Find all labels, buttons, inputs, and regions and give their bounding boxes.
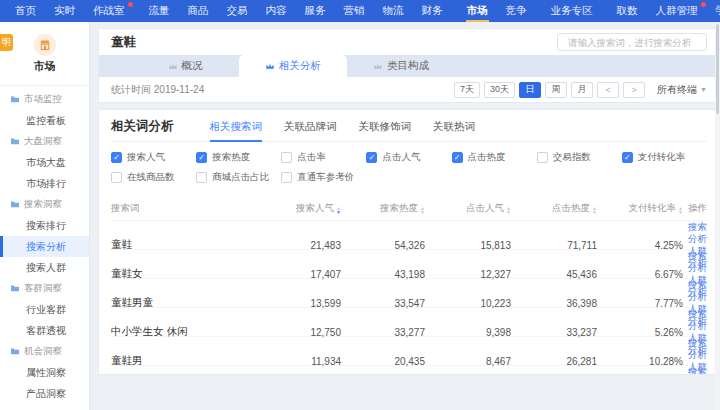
value-cell: 33,547 [341,298,425,309]
nav-item-营销[interactable]: 营销 [335,0,374,22]
sidebar-item-搜索人群[interactable]: 搜索人群 [0,257,89,278]
column-header-支付转化率[interactable]: 支付转化率▲▼ [597,202,683,215]
period-button-日[interactable]: 日 [519,82,541,98]
period-button-周[interactable]: 周 [545,82,567,98]
checkbox-支付转化率[interactable]: ✓支付转化率 [622,151,707,164]
checkbox-交易指数[interactable]: 交易指数 [537,151,622,164]
nav-item-取数[interactable]: 取数 [608,0,647,22]
subtab-关联品牌词[interactable]: 关联品牌词 [284,120,337,142]
tab-概况[interactable]: 概况 [131,55,239,77]
nav-item-内容[interactable]: 内容 [257,0,296,22]
action-link-搜索分析[interactable]: 搜索分析 [683,308,707,332]
checkbox-icon [281,152,292,163]
nav-item-商品[interactable]: 商品 [179,0,218,22]
nav-item-竞争[interactable]: 竞争 [497,0,536,22]
vertical-scrollbar[interactable] [715,22,720,410]
action-link-搜索分析[interactable]: 搜索分析 [683,337,707,361]
chevron-right-icon[interactable]: > [623,82,645,98]
page-title-keyword: 童鞋 [111,34,136,51]
sidebar-group-label: 客群洞察 [24,282,62,295]
column-header-操作: 操作 [683,202,707,215]
table-row: 童鞋21,48354,32615,81371,7114.25%搜索分析人群分析 [111,221,707,250]
nav-item-作战室[interactable]: 作战室 [84,0,134,22]
folder-icon [10,94,20,105]
sidebar-group-市场监控[interactable]: 市场监控 [0,89,89,110]
nav-item-市场[interactable]: 市场 [458,0,497,22]
crown-icon [168,60,178,72]
nav-item-业务专区[interactable]: 业务专区 [542,0,602,22]
checkbox-label: 点击热度 [468,151,506,164]
nav-red-badge-icon [128,2,133,7]
nav-item-流量[interactable]: 流量 [140,0,179,22]
sidebar-item-行业客群[interactable]: 行业客群 [0,299,89,320]
nav-item-实时[interactable]: 实时 [45,0,84,22]
action-link-搜索分析[interactable]: 搜索分析 [683,250,707,274]
sidebar-item-监控看板[interactable]: 监控看板 [0,110,89,131]
nav-item-首页[interactable]: 首页 [6,0,45,22]
checkbox-在线商品数[interactable]: 在线商品数 [111,171,196,184]
chevron-left-icon[interactable]: < [597,82,619,98]
column-header-点击热度[interactable]: 点击热度▲▼ [511,202,597,215]
sidebar-header: 市场 [0,22,89,86]
checkbox-点击人气[interactable]: ✓点击人气 [366,151,451,164]
table-header-row: 搜索词搜索人气▲▼搜索热度▲▼点击人气▲▼点击热度▲▼支付转化率▲▼操作 [111,197,707,221]
value-cell: 11,934 [259,356,341,367]
checkbox-点击率[interactable]: 点击率 [281,151,366,164]
sidebar-group-label: 大盘洞察 [24,135,62,148]
sidebar-group-搜索洞察[interactable]: 搜索洞察 [0,194,89,215]
sidebar-item-产品洞察[interactable]: 产品洞察 [0,383,89,404]
terminal-dropdown[interactable]: 所有终端▼ [657,83,707,97]
sidebar-group-机会洞察[interactable]: 机会洞察 [0,341,89,362]
keyword-cell: 中小学生女 休闲 [111,325,259,339]
column-header-搜索人气[interactable]: 搜索人气▲▼ [259,202,341,215]
checkbox-icon: ✓ [366,152,377,163]
subtab-关联修饰词[interactable]: 关联修饰词 [359,120,412,142]
subtab-相关搜索词[interactable]: 相关搜索词 [210,120,263,142]
scrollbar-thumb[interactable] [716,24,719,114]
action-link-搜索分析[interactable]: 搜索分析 [683,221,707,245]
nav-item-物流[interactable]: 物流 [374,0,413,22]
column-header-搜索热度[interactable]: 搜索热度▲▼ [341,202,425,215]
metric-filters: ✓搜索人气✓搜索热度点击率✓点击人气✓点击热度交易指数✓支付转化率在线商品数商城… [111,142,707,195]
search-input[interactable] [568,37,700,48]
action-link-搜索分析[interactable]: 搜索分析 [683,279,707,303]
checkbox-label: 直通车参考价 [297,171,354,184]
checkbox-搜索热度[interactable]: ✓搜索热度 [196,151,281,164]
value-cell: 4.25% [597,240,683,251]
sidebar-group-大盘洞察[interactable]: 大盘洞察 [0,131,89,152]
keyword-cell: 童鞋 [111,238,259,252]
sidebar-item-市场大盘[interactable]: 市场大盘 [0,152,89,173]
column-header-点击人气[interactable]: 点击人气▲▼ [425,202,511,215]
period-button-30天[interactable]: 30天 [484,82,515,98]
value-cell: 26,281 [511,356,597,367]
related-words-table: 搜索词搜索人气▲▼搜索热度▲▼点击人气▲▼点击热度▲▼支付转化率▲▼操作 童鞋2… [111,197,707,375]
sidebar-group-客群洞察[interactable]: 客群洞察 [0,278,89,299]
period-button-7天[interactable]: 7天 [454,82,480,98]
checkbox-商城点击占比[interactable]: 商城点击占比 [196,171,281,184]
sidebar-item-搜索分析[interactable]: 搜索分析 [0,236,89,257]
action-link-搜索分析[interactable]: 搜索分析 [683,366,707,375]
nav-item-学院[interactable]: 学院 [707,0,720,22]
sidebar-group-label: 机会洞察 [24,345,62,358]
floating-tag[interactable]: 明 [0,34,13,51]
period-button-月[interactable]: 月 [571,82,593,98]
checkbox-点击热度[interactable]: ✓点击热度 [452,151,537,164]
sidebar-item-市场排行[interactable]: 市场排行 [0,173,89,194]
sidebar-item-属性洞察[interactable]: 属性洞察 [0,362,89,383]
filter-row: 在线商品数商城点击占比直通车参考价 [111,171,707,184]
checkbox-搜索人气[interactable]: ✓搜索人气 [111,151,196,164]
nav-item-交易[interactable]: 交易 [218,0,257,22]
tab-类目构成[interactable]: 类目构成 [347,55,455,77]
checkbox-icon [537,152,548,163]
nav-item-财务[interactable]: 财务 [413,0,452,22]
subtab-关联热词[interactable]: 关联热词 [433,120,475,142]
sidebar-item-搜索排行[interactable]: 搜索排行 [0,215,89,236]
keyword-searchbox[interactable] [557,33,707,51]
sidebar-module-title: 市场 [34,59,56,74]
tab-相关分析[interactable]: 相关分析 [239,55,347,77]
stat-time: 统计时间 2019-11-24 [111,83,204,97]
nav-item-服务[interactable]: 服务 [296,0,335,22]
sidebar-item-客群透视[interactable]: 客群透视 [0,320,89,341]
nav-item-人群管理[interactable]: 人群管理 [647,0,707,22]
checkbox-直通车参考价[interactable]: 直通车参考价 [281,171,366,184]
